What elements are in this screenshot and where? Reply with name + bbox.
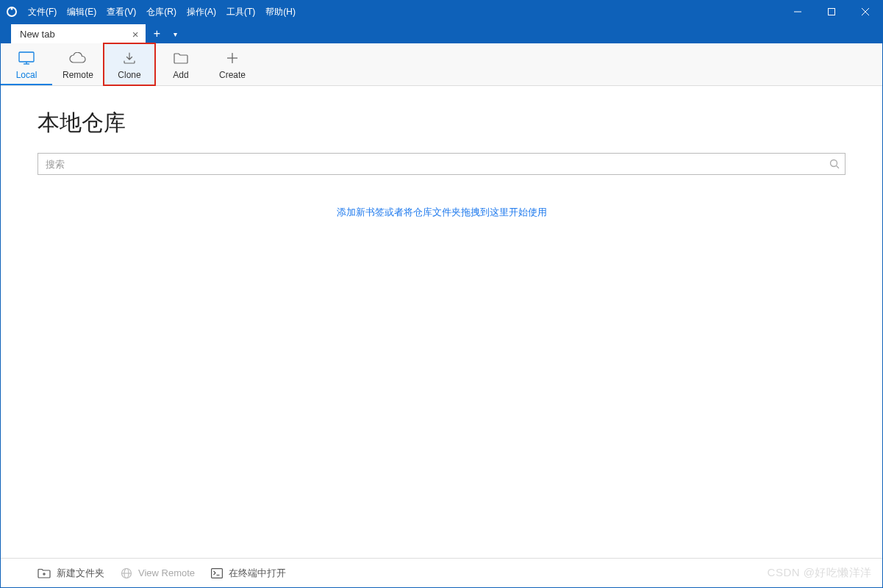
close-button[interactable] xyxy=(848,1,882,23)
menu-tools[interactable]: 工具(T) xyxy=(221,1,260,23)
titlebar: 文件(F) 编辑(E) 查看(V) 仓库(R) 操作(A) 工具(T) 帮助(H… xyxy=(1,1,882,23)
folder-plus-icon xyxy=(37,568,51,578)
menu-file[interactable]: 文件(F) xyxy=(23,1,62,23)
add-bookmark-link[interactable]: 添加新书签或者将仓库文件夹拖拽到这里开始使用 xyxy=(337,207,547,218)
search-icon xyxy=(829,159,840,169)
menu-help[interactable]: 帮助(H) xyxy=(260,1,301,23)
new-folder-label: 新建文件夹 xyxy=(57,567,104,580)
maximize-button[interactable] xyxy=(815,1,848,23)
svg-rect-18 xyxy=(212,568,223,578)
local-tab[interactable]: Local xyxy=(1,43,52,85)
menu-edit[interactable]: 编辑(E) xyxy=(62,1,101,23)
empty-hint: 添加新书签或者将仓库文件夹拖拽到这里开始使用 xyxy=(37,206,846,219)
local-label: Local xyxy=(16,70,37,80)
menu-action[interactable]: 操作(A) xyxy=(182,1,221,23)
add-label: Add xyxy=(173,70,188,80)
view-remote-button: View Remote xyxy=(121,567,195,579)
add-button[interactable]: Add xyxy=(155,43,207,85)
create-label: Create xyxy=(219,70,246,80)
remote-label: Remote xyxy=(62,70,93,80)
tab-close-icon[interactable]: × xyxy=(132,29,139,40)
remote-tab[interactable]: Remote xyxy=(52,43,104,85)
plus-icon: + xyxy=(154,27,160,40)
statusbar: 新建文件夹 View Remote 在终端中打开 CSDN @好吃懒洋洋 xyxy=(1,558,882,587)
open-terminal-label: 在终端中打开 xyxy=(229,567,286,580)
menu-bar: 文件(F) 编辑(E) 查看(V) 仓库(R) 操作(A) 工具(T) 帮助(H… xyxy=(23,1,301,23)
watermark: CSDN @好吃懒洋洋 xyxy=(768,566,872,580)
plus-icon xyxy=(226,51,238,65)
terminal-icon xyxy=(211,568,223,578)
menu-repo[interactable]: 仓库(R) xyxy=(141,1,182,23)
svg-point-11 xyxy=(831,160,837,167)
window-controls xyxy=(781,1,882,23)
app-logo-icon xyxy=(1,6,23,18)
menu-view[interactable]: 查看(V) xyxy=(101,1,141,23)
minimize-button[interactable] xyxy=(781,1,815,23)
create-button[interactable]: Create xyxy=(207,43,258,85)
search-input[interactable] xyxy=(37,153,846,175)
monitor-icon xyxy=(18,51,35,65)
tab-dropdown-button[interactable]: ▾ xyxy=(168,24,182,43)
tab-row: New tab × + ▾ xyxy=(1,23,882,43)
globe-icon xyxy=(121,567,132,579)
folder-icon xyxy=(174,51,188,65)
clone-label: Clone xyxy=(118,70,140,80)
cloud-icon xyxy=(69,51,87,65)
new-tab-button[interactable]: + xyxy=(146,24,168,43)
open-terminal-button[interactable]: 在终端中打开 xyxy=(211,567,286,580)
toolbar: Local Remote Clone Add Create xyxy=(1,43,882,86)
search-wrapper xyxy=(37,153,846,175)
new-folder-button[interactable]: 新建文件夹 xyxy=(37,567,104,580)
svg-rect-3 xyxy=(829,9,835,15)
svg-rect-6 xyxy=(19,52,34,62)
download-icon xyxy=(123,51,136,65)
main-content: 本地仓库 添加新书签或者将仓库文件夹拖拽到这里开始使用 xyxy=(1,86,882,558)
page-title: 本地仓库 xyxy=(37,108,846,138)
tab-new[interactable]: New tab × xyxy=(11,24,146,43)
tab-label: New tab xyxy=(20,29,55,40)
svg-point-1 xyxy=(11,8,13,10)
view-remote-label: View Remote xyxy=(138,567,195,578)
chevron-down-icon: ▾ xyxy=(174,30,177,38)
svg-line-12 xyxy=(837,166,840,169)
clone-button[interactable]: Clone xyxy=(104,43,155,85)
